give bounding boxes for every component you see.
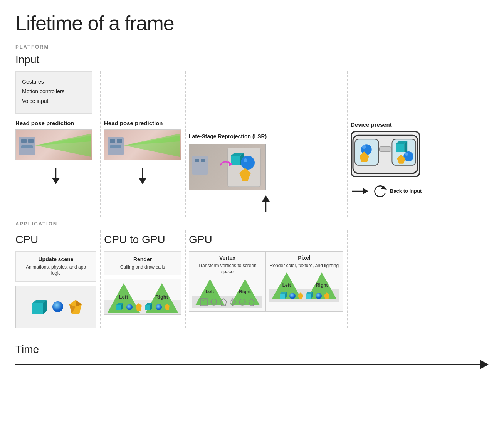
cpu-objects-area (15, 286, 96, 328)
blue-sphere-icon (52, 301, 64, 313)
svg-point-24 (244, 158, 247, 162)
input-item-motion: Motion controllers (22, 87, 86, 96)
svg-marker-58 (136, 303, 142, 311)
svg-point-70 (211, 299, 217, 305)
svg-marker-43 (363, 188, 368, 194)
svg-rect-2 (28, 139, 34, 143)
arrow-down-1 (15, 166, 96, 186)
update-scene-sub: Animations, physics, and app logic (20, 264, 91, 277)
svg-rect-86 (306, 294, 311, 299)
head-pose-label-2: Head pose prediction (104, 120, 181, 126)
arrow-down-2 (104, 166, 181, 186)
render-sub: Culling and draw calls (109, 264, 176, 271)
svg-rect-1 (21, 139, 27, 143)
pixel-title: Pixel (269, 255, 339, 261)
svg-point-84 (289, 293, 296, 299)
svg-rect-81 (280, 294, 285, 299)
svg-point-37 (405, 153, 408, 156)
input-section-title: Input (15, 54, 489, 66)
svg-marker-72 (220, 299, 227, 306)
pixel-right-label: Right (316, 282, 328, 288)
goggles-image (351, 131, 420, 177)
col-5-app (432, 230, 504, 328)
svg-rect-45 (32, 303, 43, 314)
vertex-sub: Transform vertices to screen space (192, 262, 262, 276)
arrow-up-lsr (189, 194, 343, 213)
svg-marker-28 (262, 195, 270, 202)
svg-rect-16 (192, 156, 208, 175)
cpu-title: CPU (15, 234, 96, 246)
vertex-right-label: Right (239, 289, 251, 294)
svg-rect-30 (380, 147, 391, 151)
svg-rect-66 (200, 299, 207, 306)
device-present-label: Device present (351, 121, 428, 128)
head-pose-image-2 (104, 129, 181, 160)
head-pose-image-1 (15, 129, 92, 160)
col-5-top (432, 71, 504, 217)
svg-marker-78 (249, 299, 254, 306)
back-to-input-label: Back to Input (390, 188, 422, 195)
svg-rect-18 (201, 159, 205, 162)
svg-point-40 (362, 145, 366, 149)
gold-gem-icon (69, 299, 82, 314)
pixel-sub: Render color, texture, and lighting (269, 262, 339, 269)
time-label: Time (15, 343, 489, 356)
col-input: Gestures Motion controllers Voice input … (15, 71, 100, 217)
render-left-label: Left (119, 294, 128, 300)
svg-rect-17 (195, 159, 199, 162)
svg-rect-59 (145, 305, 150, 310)
col-gpu-top: Late-Stage Reprojection (LSR) (185, 71, 347, 217)
col-cpu2gpu: CPU to GPU Render Culling and draw calls… (100, 230, 185, 328)
input-box: Gestures Motion controllers Voice input (15, 71, 92, 114)
vertex-left-label: Left (206, 289, 214, 294)
svg-marker-15 (139, 178, 146, 184)
application-label: APPLICATION (15, 221, 489, 227)
vertex-title: Vertex (192, 255, 262, 261)
update-scene-title: Update scene (20, 256, 91, 262)
svg-marker-7 (52, 178, 60, 184)
teal-cube-icon (29, 298, 47, 316)
svg-point-36 (403, 151, 413, 161)
svg-point-57 (126, 304, 133, 310)
svg-rect-11 (110, 145, 121, 148)
svg-rect-20 (231, 156, 240, 165)
pixel-left-label: Left (282, 282, 291, 288)
render-box: Render Culling and draw calls (104, 251, 181, 276)
svg-point-48 (52, 301, 63, 312)
col-head-pose-2: Head pose prediction (100, 71, 185, 217)
svg-marker-85 (298, 292, 303, 299)
update-scene-box: Update scene Animations, physics, and ap… (15, 251, 96, 282)
svg-point-89 (316, 293, 322, 299)
main-title: Lifetime of a frame (15, 12, 489, 35)
svg-point-76 (239, 299, 245, 305)
col-4-app (347, 230, 432, 328)
svg-point-77 (239, 301, 245, 303)
svg-marker-63 (165, 304, 170, 310)
input-item-gestures: Gestures (22, 77, 86, 87)
platform-label: PLATFORM (15, 44, 489, 50)
cpu2gpu-title: CPU to GPU (104, 234, 181, 246)
time-section: Time (15, 339, 489, 370)
lsr-image (189, 144, 266, 190)
svg-rect-10 (117, 139, 122, 143)
svg-point-71 (211, 301, 217, 303)
svg-point-62 (156, 304, 162, 310)
render-right-label: Right (155, 294, 168, 300)
col-cpu: CPU Update scene Animations, physics, an… (15, 230, 100, 328)
col-gpu: GPU Vertex Transform vertices to screen … (185, 230, 347, 328)
svg-rect-3 (21, 145, 33, 148)
vertex-col: Vertex Transform vertices to screen spac… (189, 252, 266, 312)
input-item-voice: Voice input (22, 96, 86, 106)
render-triangles: Left Right (104, 279, 181, 315)
time-arrow (15, 359, 489, 370)
svg-rect-9 (110, 139, 115, 143)
svg-marker-90 (324, 292, 329, 299)
lsr-title: Late-Stage Reprojection (LSR) (189, 133, 343, 141)
col-device-present: Device present (347, 71, 432, 217)
svg-point-23 (241, 156, 255, 170)
pixel-col: Pixel Render color, texture, and lightin… (266, 252, 343, 312)
render-title: Render (109, 256, 176, 262)
head-pose-label-1: Head pose prediction (15, 120, 96, 126)
svg-rect-54 (116, 305, 121, 310)
gpu-title: GPU (189, 234, 343, 246)
